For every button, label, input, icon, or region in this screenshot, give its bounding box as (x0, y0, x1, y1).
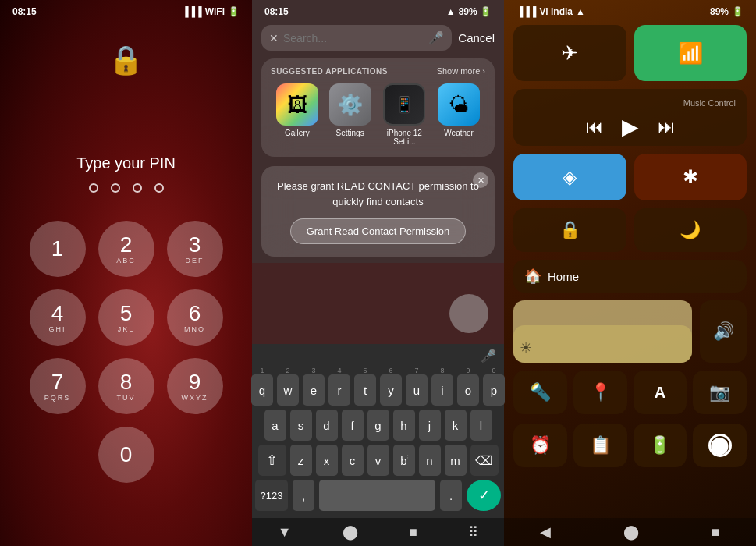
key-r[interactable]: r (328, 374, 350, 406)
key-l[interactable]: l (470, 410, 492, 441)
key-c[interactable]: c (342, 445, 364, 476)
lock-title: Type your PIN (76, 154, 176, 172)
key-period[interactable]: . (440, 480, 462, 511)
cc-bluetooth-tile[interactable]: ✱ (634, 154, 747, 200)
key-p[interactable]: p (483, 374, 505, 406)
search-input[interactable] (283, 32, 424, 44)
media-play-button[interactable]: ▶ (622, 114, 639, 140)
key-x[interactable]: x (316, 445, 338, 476)
mic-icon[interactable]: 🎤 (428, 30, 444, 45)
cc-battery-saver-tile[interactable]: 🔋 (634, 424, 687, 467)
key-u[interactable]: u (406, 374, 428, 406)
nav-apps-icon[interactable]: ⠿ (468, 523, 478, 541)
settings-icon: ⚙️ (329, 83, 371, 126)
key-e[interactable]: e (303, 374, 325, 406)
nav-recent-icon[interactable]: ■ (409, 524, 417, 541)
key-space[interactable] (319, 480, 435, 511)
key-1[interactable]: 1 (30, 221, 86, 277)
cc-flashlight-tile[interactable]: 🔦 (513, 370, 567, 414)
key-3[interactable]: 3 DEF (167, 221, 223, 277)
app-iphone-settings[interactable]: 📱 iPhone 12 Setti... (382, 83, 427, 146)
app-gallery[interactable]: 🖼 Gallery (276, 83, 318, 146)
cc-wifi-tile[interactable]: ◈ (513, 154, 626, 200)
media-next-button[interactable]: ⏭ (658, 117, 675, 137)
key-j[interactable]: j (419, 410, 441, 441)
key-5[interactable]: 5 JKL (98, 289, 154, 346)
cc-sliders-row: ☀ 🔊 (513, 300, 747, 363)
home-icon: 🏠 (524, 268, 541, 285)
key-t[interactable]: t (354, 374, 376, 406)
lock-icon: 🔒 (108, 44, 144, 76)
key-w[interactable]: w (277, 374, 299, 406)
key-h[interactable]: h (393, 410, 415, 441)
location-off-icon: 📍 (590, 382, 611, 402)
key-num-switch[interactable]: ?123 (255, 480, 288, 511)
search-bar[interactable]: ✕ 🎤 (261, 25, 452, 51)
show-more-link[interactable]: Show more › (437, 66, 485, 76)
home-label: Home (548, 270, 579, 283)
key-y[interactable]: y (380, 374, 402, 406)
key-6[interactable]: 6 MNO (167, 289, 223, 346)
media-prev-button[interactable]: ⏮ (586, 117, 603, 137)
cc-carrier-signal: ▐▐▐ Vi India ▲ (516, 6, 585, 17)
cc-location-tile[interactable]: 📍 (573, 370, 627, 414)
permission-close-button[interactable]: ✕ (473, 172, 488, 188)
cc-volume-tile[interactable]: 🔊 (700, 300, 747, 363)
key-d[interactable]: d (316, 410, 338, 441)
lock-time: 08:15 (12, 6, 37, 17)
key-m[interactable]: m (445, 445, 467, 476)
pin-dot-3 (133, 183, 142, 193)
key-z[interactable]: z (290, 445, 312, 476)
battery-spotlight-icon: 89% 🔋 (459, 6, 492, 17)
app-settings[interactable]: ⚙️ Settings (329, 83, 371, 146)
cc-font-size-tile[interactable]: A (634, 370, 687, 414)
cc-hotspot-tile[interactable]: 📶 (634, 25, 747, 81)
search-bar-row: ✕ 🎤 Cancel (252, 20, 504, 55)
cc-dnd-tile[interactable]: 🌙 (634, 208, 747, 252)
cc-nav-home-icon[interactable]: ⬤ (623, 523, 639, 541)
key-b[interactable]: b; (393, 445, 415, 476)
key-o[interactable]: o (457, 374, 479, 406)
key-9[interactable]: 9 WXYZ (167, 358, 223, 414)
cc-airplane-tile[interactable]: ✈ (513, 25, 626, 81)
key-8[interactable]: 8 TUV (98, 358, 154, 414)
key-enter[interactable]: ✓ (467, 480, 501, 511)
cc-alarm-tile[interactable]: ⏰ (513, 424, 567, 467)
lock-status-icons: ▐▐▐ WiFi 🔋 (182, 6, 240, 17)
carrier-name: Vi India (540, 6, 573, 17)
cc-camera-tile[interactable]: 📷 (693, 370, 747, 414)
key-shift[interactable]: ⇧ (258, 445, 286, 476)
cc-rotation-tile[interactable]: 🔒 (513, 208, 626, 252)
grant-permission-button[interactable]: Grant Read Contact Permission (290, 218, 467, 244)
nav-home-icon[interactable]: ⬤ (343, 523, 358, 541)
key-n[interactable]: n (419, 445, 441, 476)
key-zero-row: 0 (98, 427, 154, 483)
key-s[interactable]: s (290, 410, 312, 441)
kb-mic-icon[interactable]: 🎤 (481, 349, 496, 363)
cc-nav-recent-icon[interactable]: ■ (712, 524, 720, 541)
cancel-button[interactable]: Cancel (458, 31, 495, 44)
key-f[interactable]: f (342, 410, 364, 441)
key-2[interactable]: 2 ABC (98, 221, 154, 277)
key-g[interactable]: g (367, 410, 389, 441)
cc-notes-tile[interactable]: 📋 (573, 424, 627, 467)
key-k[interactable]: k (445, 410, 467, 441)
key-i[interactable]: i (431, 374, 453, 406)
brightness-slider[interactable]: ☀ (513, 300, 692, 363)
app-weather[interactable]: 🌤 Weather (438, 83, 480, 146)
key-v[interactable]: v (367, 445, 389, 476)
cc-nav-back-icon[interactable]: ◀ (540, 523, 551, 541)
key-backspace[interactable]: ⌫ (470, 445, 499, 476)
key-4[interactable]: 4 GHI (30, 289, 86, 346)
cc-home-tile[interactable]: 🏠 Home (513, 260, 747, 292)
keypad: 1 2 ABC 3 DEF 4 GHI 5 JKL 6 MNO 7 PQRS 8 (30, 221, 223, 414)
key-comma[interactable]: , (293, 480, 314, 511)
key-0[interactable]: 0 (98, 427, 154, 483)
key-a[interactable]: a (264, 410, 286, 441)
key-7[interactable]: 7 PQRS (30, 358, 86, 414)
nav-back-icon[interactable]: ▼ (278, 524, 292, 541)
airplane-icon: ✈ (561, 41, 578, 66)
search-close-icon[interactable]: ✕ (269, 32, 279, 44)
key-q[interactable]: q (251, 374, 273, 406)
cc-screen-record-tile[interactable]: ⬤ (693, 424, 747, 467)
